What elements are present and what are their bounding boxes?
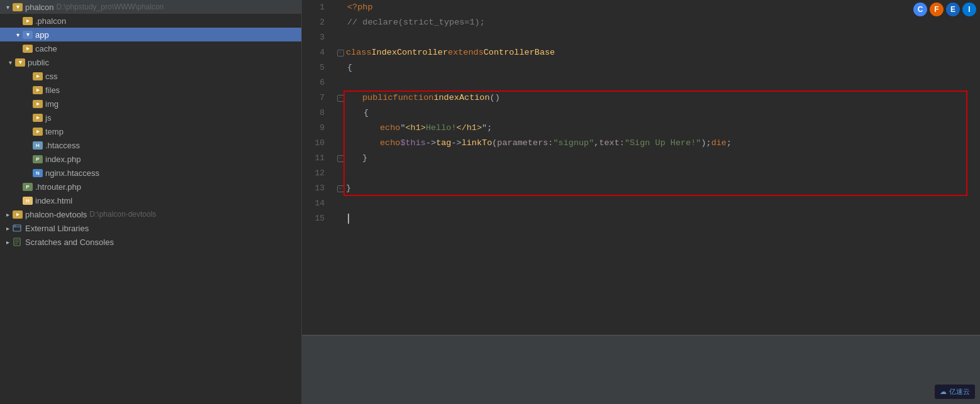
- external-libraries-icon: [13, 224, 21, 232]
- code-editor: C F E I 1 2 3 4 5 6 7 8 9 10 11 12 13 14…: [302, 0, 980, 404]
- tree-label-dot-phalcon: .phalcon: [35, 16, 66, 26]
- token-lparen: (: [492, 136, 497, 151]
- tree-item-dot-phalcon[interactable]: ▸ .phalcon: [0, 14, 301, 28]
- code-line-9: echo "<h1>Hello!</h1>";: [336, 121, 980, 136]
- fold-empty-1: [336, 3, 346, 12]
- bottom-bar: [302, 335, 980, 404]
- token-extends-kw: extends: [448, 45, 484, 60]
- fold-btn-11[interactable]: −: [336, 154, 345, 163]
- token-echo-kw-9: echo: [380, 121, 400, 136]
- line-numbers: 1 2 3 4 5 6 7 8 9 10 11 12 13 14 15: [302, 0, 331, 335]
- fold-empty-9: [336, 124, 346, 133]
- token-fn-name: indexAction: [433, 90, 489, 106]
- code-line-15[interactable]: [336, 211, 980, 226]
- svg-rect-0: [13, 225, 21, 231]
- tree-label-files: files: [45, 85, 60, 95]
- file-icon-index-html: H: [23, 197, 33, 205]
- token-echo-kw-10: echo: [380, 136, 400, 151]
- tree-item-cache[interactable]: ▸ cache: [0, 41, 301, 55]
- token-class-kw: class: [346, 45, 372, 60]
- code-line-11: − }: [336, 151, 980, 166]
- fold-empty-10: [336, 139, 346, 148]
- firefox-icon[interactable]: F: [930, 3, 944, 16]
- fold-empty-15: [336, 214, 346, 223]
- tree-label-temp: temp: [45, 127, 64, 136]
- folder-icon-cache: ▸: [23, 45, 33, 53]
- code-line-8: {: [336, 106, 980, 121]
- token-die: die: [711, 136, 727, 151]
- edge-icon[interactable]: I: [962, 3, 976, 16]
- text-cursor: [348, 214, 349, 224]
- watermark-text: 亿速云: [949, 387, 970, 396]
- tree-label-public: public: [28, 58, 49, 67]
- tree-arrow-scratches[interactable]: [3, 239, 13, 246]
- tree-item-public[interactable]: ▾ public: [0, 55, 301, 69]
- token-quote-open-9: ": [400, 121, 405, 136]
- tree-item-js[interactable]: ▸ js: [0, 111, 301, 124]
- folder-icon-app: ▾: [23, 31, 33, 39]
- token-brace-open-fn: {: [364, 106, 369, 121]
- fold-empty-2: [336, 18, 346, 27]
- token-param-parameters: parameters:: [497, 136, 553, 151]
- folder-icon-img: ▸: [33, 100, 43, 108]
- tree-label-nginx-htaccess: nginx.htaccess: [45, 168, 99, 178]
- token-linkto: linkTo: [462, 136, 493, 151]
- token-tag: tag: [436, 136, 451, 151]
- tree-item-nginx-htaccess[interactable]: N nginx.htaccess: [0, 166, 301, 180]
- folder-icon-public: ▾: [15, 58, 25, 67]
- folder-icon-phalcon: ▾: [13, 3, 23, 11]
- code-line-5: {: [336, 60, 980, 75]
- fold-btn-7[interactable]: -: [336, 94, 345, 102]
- tree-item-scratches[interactable]: Scratches and Consoles: [0, 235, 301, 249]
- tree-label-phalcon: phalcon: [25, 3, 54, 12]
- tree-arrow-phalcon-devtools[interactable]: [3, 211, 13, 218]
- tree-item-css[interactable]: ▸ css: [0, 69, 301, 83]
- fold-btn-13[interactable]: −: [336, 184, 345, 193]
- tree-arrow-phalcon-root[interactable]: [3, 4, 13, 11]
- token-comment: // declare(strict_types=1);: [347, 15, 485, 30]
- tree-label-htaccess: .htaccess: [45, 141, 80, 150]
- code-line-1: <?php: [336, 0, 980, 15]
- tree-label-css: css: [45, 72, 58, 81]
- fold-empty-6: [336, 79, 346, 87]
- token-public-kw: public: [362, 90, 393, 106]
- tree-item-img[interactable]: ▸ img: [0, 97, 301, 111]
- folder-icon-phalcon-devtools: ▸: [13, 210, 23, 219]
- fold-empty-5: [336, 63, 346, 72]
- tree-item-htrouter-php[interactable]: P .htrouter.php: [0, 180, 301, 194]
- tree-item-phalcon-root[interactable]: ▾ phalcon D:\phpstudy_pro\WWW\phalcon: [0, 0, 301, 14]
- folder-icon-temp: ▸: [33, 128, 43, 136]
- token-quote-close-9: ";: [482, 121, 492, 136]
- watermark-icon: ☁: [940, 388, 947, 396]
- fold-empty-8: [336, 109, 346, 117]
- token-phptag: <?php: [347, 0, 373, 15]
- tree-arrow-app[interactable]: [13, 31, 23, 38]
- tree-item-index-php[interactable]: P index.php: [0, 152, 301, 166]
- code-line-3: [336, 30, 980, 45]
- tree-arrow-external-libraries[interactable]: [3, 225, 13, 232]
- tree-item-temp[interactable]: ▸ temp: [0, 124, 301, 138]
- token-classname: IndexController: [372, 45, 448, 60]
- tree-item-index-html[interactable]: H index.html: [0, 194, 301, 207]
- ie-icon[interactable]: E: [946, 3, 960, 16]
- scratches-icon: [13, 237, 21, 246]
- code-content[interactable]: <?php // declare(strict_types=1); - clas…: [331, 0, 980, 335]
- watermark: ☁ 亿速云: [935, 385, 975, 399]
- token-h1-open: <h1>: [406, 121, 426, 136]
- file-tree[interactable]: ▾ phalcon D:\phpstudy_pro\WWW\phalcon ▸ …: [0, 0, 302, 404]
- tree-arrow-public[interactable]: [5, 59, 15, 66]
- token-param-signup-val: "signup": [553, 136, 594, 151]
- tree-item-phalcon-devtools[interactable]: ▸ phalcon-devtools D:\phalcon-devtools: [0, 207, 301, 221]
- token-brace-open: {: [347, 60, 352, 75]
- tree-item-external-libraries[interactable]: External Libraries: [0, 221, 301, 235]
- tree-item-app[interactable]: ▾ app: [0, 28, 301, 41]
- tree-item-htaccess[interactable]: H .htaccess: [0, 138, 301, 152]
- code-line-13: − }: [336, 181, 980, 196]
- token-param-text: text:: [599, 136, 625, 151]
- tree-path-phalcon: D:\phpstudy_pro\WWW\phalcon: [57, 3, 164, 11]
- browser-icons-area: C F E I: [913, 3, 976, 16]
- fold-btn-4[interactable]: -: [336, 48, 345, 57]
- code-line-7: - public function indexAction(): [336, 90, 980, 106]
- tree-item-files[interactable]: ▸ files: [0, 83, 301, 97]
- chrome-icon[interactable]: C: [913, 3, 927, 16]
